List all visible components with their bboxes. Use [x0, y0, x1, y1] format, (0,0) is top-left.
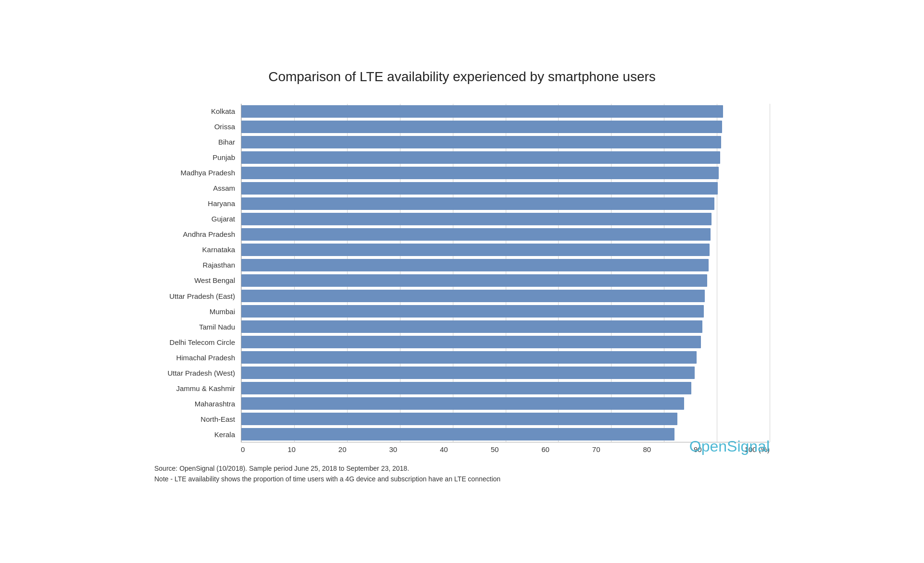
y-axis-label: Andhra Pradesh: [183, 231, 235, 238]
x-axis-label: 60: [541, 445, 549, 453]
x-axis-label: 80: [643, 445, 651, 453]
y-axis-label: Gujarat: [212, 215, 235, 222]
y-labels: KolkataOrissaBiharPunjabMadhya PradeshAs…: [154, 104, 241, 442]
bar-row: [241, 396, 770, 411]
y-axis-label: Uttar Pradesh (East): [169, 293, 235, 300]
y-axis-label: Delhi Telecom Circle: [170, 339, 235, 346]
y-axis-label: Himachal Pradesh: [176, 354, 235, 361]
y-axis-label: Maharashtra: [195, 400, 235, 407]
bar-row: [241, 334, 770, 350]
bars-area: [241, 104, 770, 442]
bar-row: [241, 150, 770, 165]
y-axis-label: Rajasthan: [202, 261, 235, 269]
y-axis-label: Jammu & Kashmir: [176, 385, 235, 392]
bar: [241, 428, 674, 441]
y-axis-label: North-East: [200, 416, 235, 423]
y-axis-label: West Bengal: [194, 277, 235, 284]
bar: [241, 397, 684, 410]
y-axis-label: Kerala: [214, 431, 235, 438]
y-axis-label: Madhya Pradesh: [181, 169, 235, 176]
y-axis-label: Tamil Nadu: [199, 323, 235, 330]
bar-row: [241, 288, 770, 304]
bar: [241, 290, 705, 302]
chart-inner: KolkataOrissaBiharPunjabMadhya PradeshAs…: [154, 104, 770, 442]
bar-row: [241, 365, 770, 380]
y-axis-label: Kolkata: [211, 108, 235, 115]
y-axis-label: Uttar Pradesh (West): [167, 369, 235, 377]
bar-row: [241, 119, 770, 135]
bar: [241, 259, 709, 271]
bar-row: [241, 380, 770, 396]
bar: [241, 197, 714, 210]
x-axis-labels: 0102030405060708090100: [241, 445, 757, 453]
source-note: Source: OpenSignal (10/2018). Sample per…: [154, 463, 770, 485]
x-axis-label: 20: [338, 445, 347, 453]
bar: [241, 351, 697, 364]
y-axis-label: Karnataka: [202, 246, 235, 253]
bar: [241, 167, 719, 179]
bar: [241, 367, 695, 379]
bar: [241, 213, 712, 225]
bar: [241, 121, 722, 133]
bar: [241, 305, 704, 318]
bar-row: [241, 304, 770, 319]
bar-row: [241, 242, 770, 257]
bar: [241, 105, 723, 118]
x-axis-label: 10: [287, 445, 296, 453]
bar-row: [241, 227, 770, 242]
bar: [241, 136, 721, 148]
bar: [241, 244, 710, 256]
bar-row: [241, 273, 770, 288]
bar: [241, 320, 702, 333]
grid-line: [770, 104, 770, 442]
y-axis-label: Haryana: [208, 200, 235, 207]
y-axis-label: Assam: [213, 184, 235, 192]
source-line1: Source: OpenSignal (10/2018). Sample per…: [154, 463, 770, 474]
y-axis-label: Punjab: [212, 154, 235, 161]
x-axis-label: 30: [389, 445, 397, 453]
x-axis-label: 40: [440, 445, 448, 453]
bar-row: [241, 350, 770, 365]
bar: [241, 382, 691, 394]
bar-row: [241, 211, 770, 227]
bar: [241, 182, 718, 195]
bar: [241, 336, 701, 348]
bar: [241, 228, 711, 241]
y-axis-label: Bihar: [218, 138, 235, 146]
x-axis-label: 70: [592, 445, 600, 453]
bar: [241, 413, 677, 425]
bar-row: [241, 196, 770, 211]
source-line2: Note - LTE availability shows the propor…: [154, 474, 770, 484]
bar-row: [241, 257, 770, 273]
bar-row: [241, 411, 770, 427]
bar-row: [241, 165, 770, 181]
bar-row: [241, 135, 770, 150]
bar: [241, 274, 707, 287]
bar-row: [241, 104, 770, 119]
bar-row: [241, 181, 770, 196]
bar-row: [241, 319, 770, 334]
bar-row: [241, 427, 770, 442]
y-axis-label: Mumbai: [210, 308, 235, 315]
x-axis-label: 0: [241, 445, 245, 453]
x-axis-label: 50: [491, 445, 499, 453]
y-axis-label: Orissa: [214, 123, 235, 130]
chart-title: Comparison of LTE availability experienc…: [154, 69, 770, 85]
bar: [241, 151, 720, 164]
chart-area: KolkataOrissaBiharPunjabMadhya PradeshAs…: [154, 104, 770, 485]
chart-container: Comparison of LTE availability experienc…: [125, 50, 799, 514]
